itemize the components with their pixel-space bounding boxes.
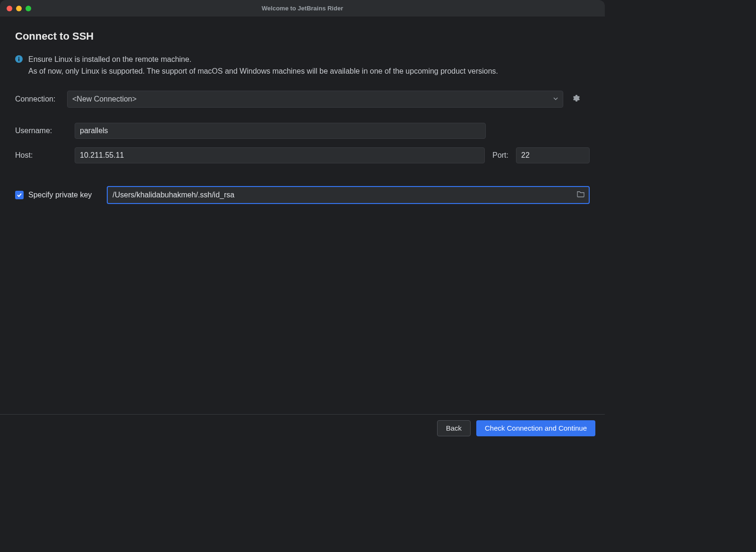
username-input[interactable] [75, 123, 486, 139]
info-text-line1: Ensure Linux is installed on the remote … [28, 55, 191, 63]
specify-private-key-label: Specify private key [28, 191, 92, 199]
folder-icon [576, 190, 585, 198]
window-title: Welcome to JetBrains Rider [0, 5, 605, 12]
gear-icon [573, 94, 580, 103]
page-title: Connect to SSH [15, 30, 590, 42]
connection-settings-button[interactable] [571, 93, 582, 105]
connection-row: Connection: <New Connection> [15, 91, 590, 108]
private-key-input[interactable] [107, 186, 590, 204]
back-button[interactable]: Back [437, 420, 471, 436]
minimize-window-button[interactable] [16, 6, 22, 11]
port-input[interactable] [516, 147, 590, 163]
check-icon [17, 192, 22, 198]
info-text: Ensure Linux is installed on the remote … [28, 54, 498, 77]
connection-select-wrapper: <New Connection> [67, 91, 563, 108]
svg-rect-1 [18, 59, 19, 61]
connection-label: Connection: [15, 95, 67, 103]
info-icon [15, 55, 23, 63]
private-key-input-wrapper [107, 186, 590, 204]
check-connection-continue-button[interactable]: Check Connection and Continue [476, 420, 595, 436]
window-controls [0, 6, 31, 11]
titlebar: Welcome to JetBrains Rider [0, 0, 605, 17]
svg-rect-2 [18, 57, 19, 58]
host-label: Host: [15, 151, 67, 160]
private-key-row: Specify private key [15, 186, 590, 204]
host-row: Host: Port: [15, 147, 590, 163]
main-content: Connect to SSH Ensure Linux is installed… [0, 17, 605, 204]
connection-select[interactable]: <New Connection> [67, 91, 563, 108]
connection-select-value: <New Connection> [72, 95, 137, 103]
close-window-button[interactable] [7, 6, 12, 11]
info-banner: Ensure Linux is installed on the remote … [15, 54, 590, 77]
host-input[interactable] [75, 147, 485, 163]
footer: Back Check Connection and Continue [0, 414, 605, 442]
specify-private-key-checkbox[interactable] [15, 191, 24, 199]
zoom-window-button[interactable] [26, 6, 31, 11]
username-label: Username: [15, 127, 67, 135]
info-text-line2: As of now, only Linux is supported. The … [28, 67, 498, 75]
browse-folder-button[interactable] [576, 190, 585, 200]
port-label: Port: [492, 151, 508, 160]
username-row: Username: [15, 123, 590, 139]
